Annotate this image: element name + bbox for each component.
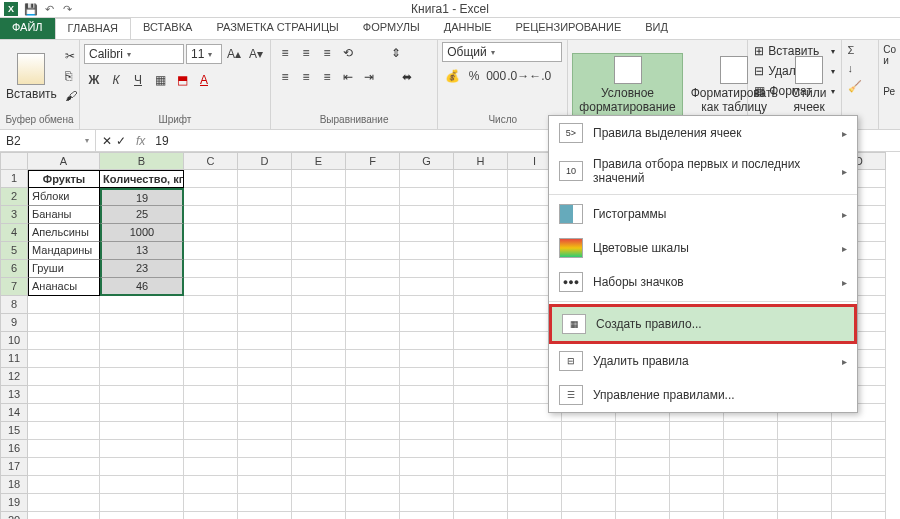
- cell[interactable]: [238, 242, 292, 260]
- cell[interactable]: [832, 476, 886, 494]
- cf-color-scales[interactable]: Цветовые шкалы▸: [549, 231, 857, 265]
- cell[interactable]: [184, 386, 238, 404]
- cf-new-rule[interactable]: ▦ Создать правило...: [549, 304, 857, 344]
- cell[interactable]: 25: [100, 206, 184, 224]
- cell[interactable]: [292, 260, 346, 278]
- row-header[interactable]: 1: [0, 170, 28, 188]
- cell[interactable]: [346, 404, 400, 422]
- autosum-button[interactable]: Σ: [846, 42, 875, 58]
- cell[interactable]: [454, 368, 508, 386]
- cell[interactable]: [238, 332, 292, 350]
- tab-home[interactable]: ГЛАВНАЯ: [55, 18, 131, 39]
- cell[interactable]: [184, 368, 238, 386]
- cell[interactable]: [400, 368, 454, 386]
- cell[interactable]: [454, 188, 508, 206]
- cell[interactable]: [454, 278, 508, 296]
- cell[interactable]: [292, 422, 346, 440]
- cell[interactable]: [346, 494, 400, 512]
- format-as-table-button[interactable]: Форматировать как таблицу: [685, 54, 784, 116]
- cell[interactable]: [778, 494, 832, 512]
- cell[interactable]: [400, 422, 454, 440]
- select-all-corner[interactable]: [0, 152, 28, 170]
- cell[interactable]: [292, 440, 346, 458]
- cell[interactable]: [238, 314, 292, 332]
- align-bottom-icon[interactable]: ≡: [317, 44, 337, 62]
- decrease-font-icon[interactable]: A▾: [246, 44, 266, 64]
- column-header[interactable]: G: [400, 152, 454, 170]
- column-header[interactable]: D: [238, 152, 292, 170]
- cell[interactable]: [184, 170, 238, 188]
- row-header[interactable]: 7: [0, 278, 28, 296]
- cell[interactable]: [28, 386, 100, 404]
- column-header[interactable]: E: [292, 152, 346, 170]
- italic-button[interactable]: К: [106, 70, 126, 90]
- cell[interactable]: [400, 296, 454, 314]
- cell[interactable]: [100, 314, 184, 332]
- row-header[interactable]: 4: [0, 224, 28, 242]
- cf-highlight-rules[interactable]: 5> Правила выделения ячеек▸: [549, 116, 857, 150]
- cell[interactable]: [400, 512, 454, 519]
- font-size-combo[interactable]: 11▾: [186, 44, 222, 64]
- cell[interactable]: 1000: [100, 224, 184, 242]
- undo-icon[interactable]: ↶: [42, 2, 56, 16]
- conditional-formatting-button[interactable]: Условное форматирование: [572, 53, 682, 117]
- indent-decrease-icon[interactable]: ⇤: [338, 68, 358, 86]
- cell[interactable]: [292, 350, 346, 368]
- column-header[interactable]: B: [100, 152, 184, 170]
- cell[interactable]: [346, 458, 400, 476]
- align-left-icon[interactable]: ≡: [275, 68, 295, 86]
- cell[interactable]: [238, 260, 292, 278]
- cell[interactable]: Яблоки: [28, 188, 100, 206]
- cell[interactable]: [454, 206, 508, 224]
- cell[interactable]: [454, 476, 508, 494]
- align-right-icon[interactable]: ≡: [317, 68, 337, 86]
- cell[interactable]: [454, 440, 508, 458]
- cell[interactable]: [454, 512, 508, 519]
- cell[interactable]: [184, 476, 238, 494]
- number-format-combo[interactable]: Общий▾: [442, 42, 562, 62]
- cell[interactable]: [28, 368, 100, 386]
- cell[interactable]: [292, 494, 346, 512]
- cell[interactable]: [238, 296, 292, 314]
- cell[interactable]: [346, 206, 400, 224]
- cell[interactable]: [184, 242, 238, 260]
- cell[interactable]: Мандарины: [28, 242, 100, 260]
- cell[interactable]: [400, 386, 454, 404]
- cell[interactable]: [238, 170, 292, 188]
- merge-button[interactable]: ⬌: [380, 68, 433, 86]
- cell[interactable]: [100, 404, 184, 422]
- row-header[interactable]: 20: [0, 512, 28, 519]
- cell[interactable]: [238, 206, 292, 224]
- row-header[interactable]: 17: [0, 458, 28, 476]
- cell[interactable]: [346, 440, 400, 458]
- fx-icon[interactable]: fx: [132, 134, 149, 148]
- cell[interactable]: [400, 206, 454, 224]
- cell[interactable]: [562, 440, 616, 458]
- cell[interactable]: [562, 512, 616, 519]
- cell[interactable]: [184, 440, 238, 458]
- indent-increase-icon[interactable]: ⇥: [359, 68, 379, 86]
- bold-button[interactable]: Ж: [84, 70, 104, 90]
- increase-decimal-icon[interactable]: .0→: [508, 66, 528, 86]
- cell[interactable]: [184, 314, 238, 332]
- cell[interactable]: [616, 440, 670, 458]
- align-middle-icon[interactable]: ≡: [296, 44, 316, 62]
- cell[interactable]: [508, 512, 562, 519]
- cell[interactable]: Ананасы: [28, 278, 100, 296]
- cell[interactable]: 19: [100, 188, 184, 206]
- cf-clear-rules[interactable]: ⊟ Удалить правила▸: [549, 344, 857, 378]
- orientation-icon[interactable]: ⟲: [338, 44, 358, 62]
- cell[interactable]: [238, 368, 292, 386]
- cf-manage-rules[interactable]: ☰ Управление правилами...: [549, 378, 857, 412]
- cell[interactable]: [454, 422, 508, 440]
- cell[interactable]: [562, 458, 616, 476]
- cell[interactable]: [562, 476, 616, 494]
- cell[interactable]: [778, 476, 832, 494]
- cell[interactable]: [28, 350, 100, 368]
- cell[interactable]: [184, 188, 238, 206]
- cell[interactable]: [184, 332, 238, 350]
- cell[interactable]: [778, 512, 832, 519]
- cell[interactable]: [562, 494, 616, 512]
- cell[interactable]: [346, 314, 400, 332]
- tab-formulas[interactable]: ФОРМУЛЫ: [351, 18, 432, 39]
